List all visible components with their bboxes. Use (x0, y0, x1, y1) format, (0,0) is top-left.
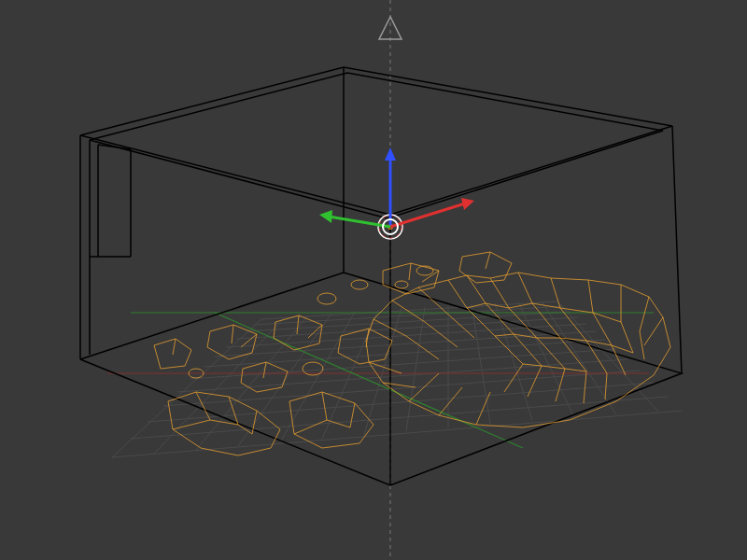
svg-marker-122 (461, 198, 474, 210)
gizmo-y-axis[interactable] (329, 217, 390, 227)
svg-marker-123 (319, 210, 332, 223)
transform-gizmo[interactable] (0, 0, 747, 560)
gizmo-x-axis[interactable] (390, 203, 465, 227)
3d-viewport[interactable] (0, 0, 747, 560)
svg-marker-121 (385, 147, 396, 161)
